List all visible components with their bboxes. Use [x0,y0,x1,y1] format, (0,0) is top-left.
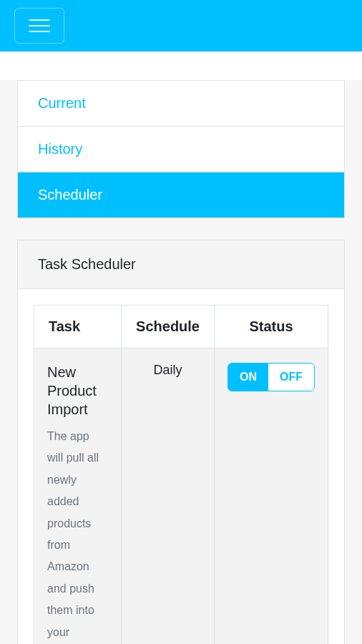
header-task: Task [34,306,122,348]
navbar [0,0,362,52]
task-description: The app will pull all newly added produc… [47,426,108,644]
scheduler-card: Task Scheduler Task Schedule Status New … [17,240,345,644]
task-cell: New Product Import The app will pull all… [34,348,122,645]
status-cell: ON OFF [215,348,328,645]
task-title: New Product Import [47,363,108,419]
scheduler-table: Task Schedule Status New Product Import … [34,305,328,644]
hamburger-icon [29,19,50,32]
tab-scheduler[interactable]: Scheduler [18,172,344,218]
toggle-off-button[interactable]: OFF [268,364,314,391]
tab-history[interactable]: History [18,127,344,172]
table-header-row: Task Schedule Status [34,306,328,348]
nav-tabs: Current History Scheduler [17,80,345,218]
table-row: New Product Import The app will pull all… [34,348,328,645]
header-status: Status [215,306,328,348]
hamburger-menu-button[interactable] [14,8,64,44]
card-title: Task Scheduler [18,240,344,289]
tab-current[interactable]: Current [18,81,344,127]
schedule-cell: Daily [122,348,215,645]
card-body: Task Schedule Status New Product Import … [18,289,344,644]
header-schedule: Schedule [122,306,215,348]
content-wrapper: Current History Scheduler Task Scheduler… [0,80,362,644]
toggle-on-button[interactable]: ON [228,364,268,391]
status-toggle: ON OFF [228,363,315,391]
